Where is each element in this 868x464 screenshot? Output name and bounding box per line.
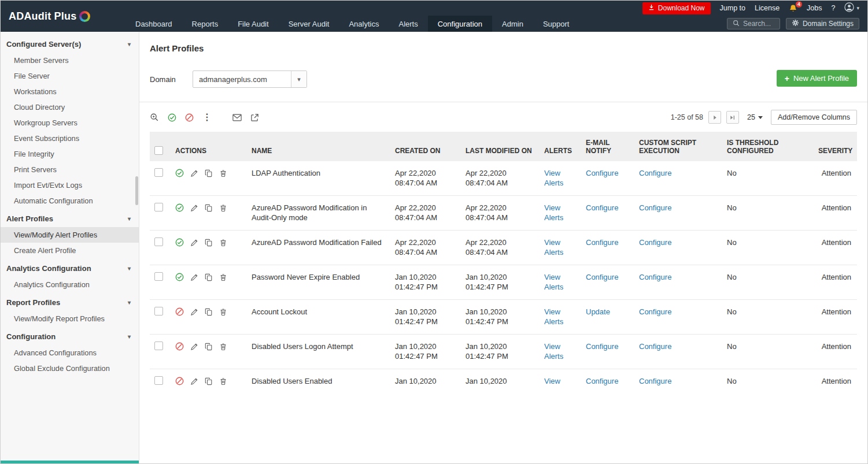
add-remove-columns-button[interactable]: Add/Remove Columns: [771, 110, 857, 125]
email-notify-link[interactable]: Configure: [586, 377, 618, 385]
column-header-last-modified-on[interactable]: LAST MODIFIED ON: [461, 132, 540, 161]
sidebar-section-configured-server-s[interactable]: Configured Server(s)▾: [1, 34, 139, 53]
row-checkbox[interactable]: [154, 203, 163, 211]
row-checkbox[interactable]: [154, 307, 163, 315]
edit-icon[interactable]: [190, 204, 198, 212]
email-notify-link[interactable]: Configure: [586, 342, 618, 351]
header-search[interactable]: Search...: [727, 18, 780, 29]
help-link[interactable]: ?: [832, 4, 836, 12]
column-header-created-on[interactable]: CREATED ON: [390, 132, 461, 161]
last-page-button[interactable]: [726, 111, 739, 124]
copy-icon[interactable]: [205, 169, 213, 177]
row-checkbox[interactable]: [154, 376, 163, 385]
sidebar-item-cloud-directory[interactable]: Cloud Directory: [1, 99, 139, 115]
domain-select[interactable]: admanagerplus.com ▾: [193, 70, 307, 88]
column-header-alerts[interactable]: ALERTS: [540, 132, 581, 161]
sidebar-section-alert-profiles[interactable]: Alert Profiles▾: [1, 209, 139, 227]
view-alerts-link[interactable]: View Alerts: [544, 377, 563, 388]
sidebar-item-automatic-configuration[interactable]: Automatic Configuration: [1, 193, 139, 209]
edit-icon[interactable]: [190, 377, 198, 385]
email-notify-link[interactable]: Configure: [586, 169, 618, 177]
enabled-status-icon[interactable]: [175, 169, 184, 177]
more-options-icon[interactable]: ⋮: [202, 113, 212, 121]
sidebar-item-member-servers[interactable]: Member Servers: [1, 53, 139, 68]
nav-tab-analytics[interactable]: Analytics: [339, 16, 389, 32]
edit-icon[interactable]: [190, 343, 198, 351]
custom-script-link[interactable]: Configure: [639, 342, 671, 351]
sidebar-item-global-exclude-configuration[interactable]: Global Exclude Configuration: [1, 361, 139, 376]
sidebar-item-analytics-configuration[interactable]: Analytics Configuration: [1, 277, 139, 292]
email-notify-link[interactable]: Configure: [586, 238, 618, 247]
email-notify-link[interactable]: Configure: [586, 203, 618, 212]
sidebar-item-workgroup-servers[interactable]: Workgroup Servers: [1, 115, 139, 131]
sidebar-scrollbar[interactable]: [135, 176, 138, 205]
view-alerts-link[interactable]: View Alerts: [544, 307, 563, 326]
sidebar-item-file-server[interactable]: File Server: [1, 68, 139, 84]
copy-icon[interactable]: [205, 343, 213, 351]
sidebar-item-file-integrity[interactable]: File Integrity: [1, 146, 139, 162]
copy-icon[interactable]: [205, 273, 213, 281]
jump-to-link[interactable]: Jump to: [720, 4, 745, 12]
column-header-is-threshold-configured[interactable]: IS THRESHOLD CONFIGURED: [722, 132, 814, 161]
sidebar-item-print-servers[interactable]: Print Servers: [1, 162, 139, 177]
copy-icon[interactable]: [205, 377, 213, 385]
delete-icon[interactable]: [219, 308, 227, 316]
sidebar-item-view-modify-alert-profiles[interactable]: View/Modify Alert Profiles: [1, 227, 139, 243]
copy-icon[interactable]: [205, 204, 213, 212]
enabled-status-icon[interactable]: [175, 238, 184, 247]
row-checkbox[interactable]: [154, 168, 163, 177]
page-size-dropdown[interactable]: 25: [747, 113, 763, 121]
disabled-status-icon[interactable]: [175, 307, 184, 316]
delete-icon[interactable]: [219, 377, 227, 385]
user-menu[interactable]: ▾: [844, 2, 859, 14]
sidebar-item-import-evt-evtx-logs[interactable]: Import Evt/Evtx Logs: [1, 177, 139, 193]
nav-tab-reports[interactable]: Reports: [182, 16, 228, 32]
sidebar-section-configuration[interactable]: Configuration▾: [1, 326, 139, 345]
edit-icon[interactable]: [190, 273, 198, 281]
custom-script-link[interactable]: Configure: [639, 377, 671, 385]
nav-tab-configuration[interactable]: Configuration: [428, 16, 492, 32]
custom-script-link[interactable]: Configure: [639, 273, 671, 281]
column-header-e-mail-notify[interactable]: E-MAIL NOTIFY: [581, 132, 634, 161]
copy-icon[interactable]: [205, 239, 213, 247]
notifications-bell-icon[interactable]: 4: [789, 4, 797, 13]
new-alert-profile-button[interactable]: + New Alert Profile: [777, 70, 857, 87]
sidebar-item-workstations[interactable]: Workstations: [1, 84, 139, 99]
disabled-status-icon[interactable]: [175, 342, 184, 351]
delete-icon[interactable]: [219, 239, 227, 247]
custom-script-link[interactable]: Configure: [639, 307, 671, 316]
brand-logo[interactable]: ADAudit Plus: [1, 1, 125, 32]
view-alerts-link[interactable]: View Alerts: [544, 203, 563, 222]
email-notify-link[interactable]: Configure: [586, 273, 618, 281]
nav-tab-file-audit[interactable]: File Audit: [228, 16, 278, 32]
select-all-checkbox[interactable]: [154, 146, 163, 155]
sidebar-item-view-modify-report-profiles[interactable]: View/Modify Report Profiles: [1, 311, 139, 326]
edit-icon[interactable]: [190, 239, 198, 247]
view-alerts-link[interactable]: View Alerts: [544, 273, 563, 291]
nav-tab-alerts[interactable]: Alerts: [389, 16, 427, 32]
nav-tab-dashboard[interactable]: Dashboard: [125, 16, 182, 32]
sidebar-item-event-subscriptions[interactable]: Event Subscriptions: [1, 131, 139, 146]
sidebar-section-analytics-configuration[interactable]: Analytics Configuration▾: [1, 258, 139, 277]
jobs-link[interactable]: Jobs: [807, 4, 822, 12]
nav-tab-support[interactable]: Support: [533, 16, 579, 32]
column-header-name[interactable]: NAME: [247, 132, 390, 161]
copy-icon[interactable]: [205, 308, 213, 316]
enabled-status-icon[interactable]: [175, 203, 184, 212]
sidebar-section-report-profiles[interactable]: Report Profiles▾: [1, 292, 139, 311]
custom-script-link[interactable]: Configure: [639, 203, 671, 212]
row-checkbox[interactable]: [154, 237, 163, 246]
delete-icon[interactable]: [219, 204, 227, 212]
export-icon[interactable]: [250, 113, 259, 122]
custom-script-link[interactable]: Configure: [639, 238, 671, 247]
next-page-button[interactable]: [708, 111, 721, 124]
view-alerts-link[interactable]: View Alerts: [544, 169, 563, 187]
delete-icon[interactable]: [219, 343, 227, 351]
send-email-icon[interactable]: [232, 114, 242, 121]
license-link[interactable]: License: [755, 4, 780, 12]
enabled-status-icon[interactable]: [175, 273, 184, 281]
download-now-button[interactable]: Download Now: [642, 2, 711, 14]
column-header-custom-script-execution[interactable]: CUSTOM SCRIPT EXECUTION: [634, 132, 722, 161]
custom-script-link[interactable]: Configure: [639, 169, 671, 177]
view-alerts-link[interactable]: View Alerts: [544, 238, 563, 257]
